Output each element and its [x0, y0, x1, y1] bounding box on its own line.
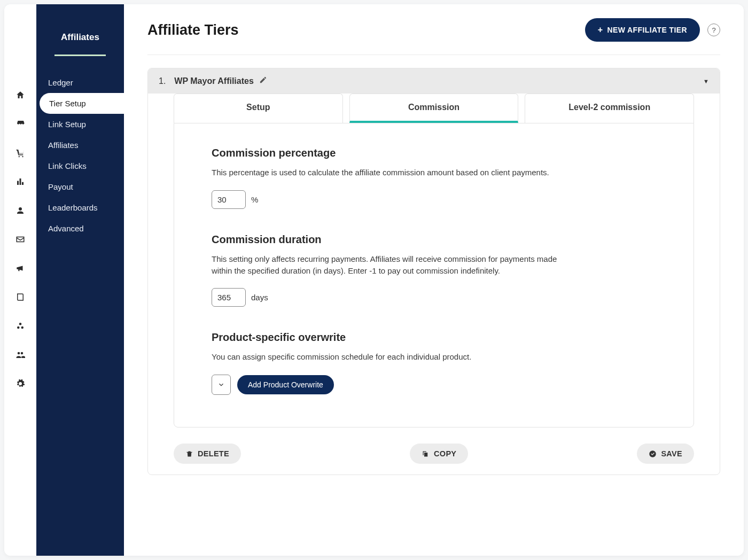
plus-icon: + — [598, 25, 603, 35]
sidebar-divider — [54, 55, 106, 56]
copy-label: COPY — [434, 449, 456, 458]
product-overwrite-desc: You can assign specific commission sched… — [212, 351, 575, 363]
commission-percentage-unit: % — [251, 195, 258, 204]
commission-duration-block: Commission duration This setting only af… — [212, 234, 656, 307]
sidebar-title: Affiliates — [36, 32, 124, 43]
product-overwrite-title: Product-specific overwrite — [212, 331, 656, 344]
new-tier-label: NEW AFFILIATE TIER — [607, 26, 687, 34]
chevron-down-icon[interactable]: ▼ — [703, 78, 709, 84]
tab-commission[interactable]: Commission — [349, 94, 519, 123]
commission-percentage-block: Commission percentage This percentage is… — [212, 147, 656, 209]
commission-percentage-input[interactable] — [212, 190, 246, 209]
circles-icon[interactable] — [15, 321, 26, 331]
commission-percentage-title: Commission percentage — [212, 147, 656, 159]
icon-rail — [4, 4, 36, 556]
tier-panel: 1. WP Mayor Affiliates ▼ Setup Commissio… — [147, 68, 720, 475]
commission-duration-title: Commission duration — [212, 234, 656, 246]
copy-button[interactable]: COPY — [410, 444, 468, 464]
svg-point-1 — [17, 326, 20, 329]
copy-icon — [422, 450, 430, 458]
tier-header[interactable]: 1. WP Mayor Affiliates ▼ — [148, 68, 720, 94]
commission-duration-input[interactable] — [212, 288, 246, 307]
add-product-overwrite-button[interactable]: Add Product Overwrite — [237, 375, 334, 394]
tab-setup[interactable]: Setup — [174, 94, 343, 123]
people-icon[interactable] — [15, 349, 26, 360]
sidebar-item-leaderboards[interactable]: Leaderboards — [36, 197, 124, 218]
tier-number: 1. — [159, 76, 166, 86]
check-circle-icon — [649, 450, 657, 458]
help-button[interactable]: ? — [707, 24, 720, 36]
sidebar-item-link-setup[interactable]: Link Setup — [36, 114, 124, 135]
cart-icon[interactable] — [15, 147, 26, 158]
sidebar-item-affiliates[interactable]: Affiliates — [36, 135, 124, 155]
commission-duration-unit: days — [251, 293, 268, 302]
home-icon[interactable] — [15, 90, 26, 100]
delete-button[interactable]: DELETE — [174, 444, 241, 464]
save-label: SAVE — [661, 449, 682, 458]
delete-label: DELETE — [198, 449, 229, 458]
page-header: Affiliate Tiers + NEW AFFILIATE TIER ? — [147, 18, 720, 55]
commission-duration-desc: This setting only affects recurring paym… — [212, 253, 575, 277]
save-button[interactable]: SAVE — [637, 444, 694, 464]
new-affiliate-tier-button[interactable]: + NEW AFFILIATE TIER — [585, 18, 700, 42]
sidebar-item-payout[interactable]: Payout — [36, 176, 124, 197]
user-icon[interactable] — [15, 205, 26, 216]
sidebar-item-ledger[interactable]: Ledger — [36, 72, 124, 93]
mail-icon[interactable] — [15, 234, 26, 245]
trash-icon — [185, 450, 193, 458]
footer-actions: DELETE COPY SAVE — [174, 444, 694, 464]
sidebar-item-advanced[interactable]: Advanced — [36, 218, 124, 239]
megaphone-icon[interactable] — [15, 263, 26, 274]
tab-content: Commission percentage This percentage is… — [174, 123, 694, 427]
gear-icon[interactable] — [15, 378, 26, 389]
tab-level2[interactable]: Level-2 commission — [525, 94, 694, 123]
chart-icon[interactable] — [15, 176, 26, 187]
page-title: Affiliate Tiers — [147, 22, 239, 38]
sidebar-item-link-clicks[interactable]: Link Clicks — [36, 155, 124, 176]
tabs: Setup Commission Level-2 commission — [174, 94, 694, 123]
main-content: Affiliate Tiers + NEW AFFILIATE TIER ? 1… — [124, 4, 744, 556]
store-icon[interactable] — [15, 119, 26, 129]
sidebar: Affiliates Ledger Tier Setup Link Setup … — [36, 4, 124, 556]
tier-name-text: WP Mayor Affiliates — [174, 76, 253, 86]
product-overwrite-block: Product-specific overwrite You can assig… — [212, 331, 656, 395]
chevron-down-icon — [217, 381, 225, 388]
pencil-icon[interactable] — [259, 76, 267, 86]
book-icon[interactable] — [15, 292, 26, 302]
product-select-toggle[interactable] — [212, 375, 231, 395]
commission-percentage-desc: This percentage is used to calculate the… — [212, 167, 575, 178]
svg-point-2 — [21, 326, 24, 329]
svg-point-0 — [19, 323, 22, 325]
sidebar-item-tier-setup[interactable]: Tier Setup — [40, 93, 124, 114]
